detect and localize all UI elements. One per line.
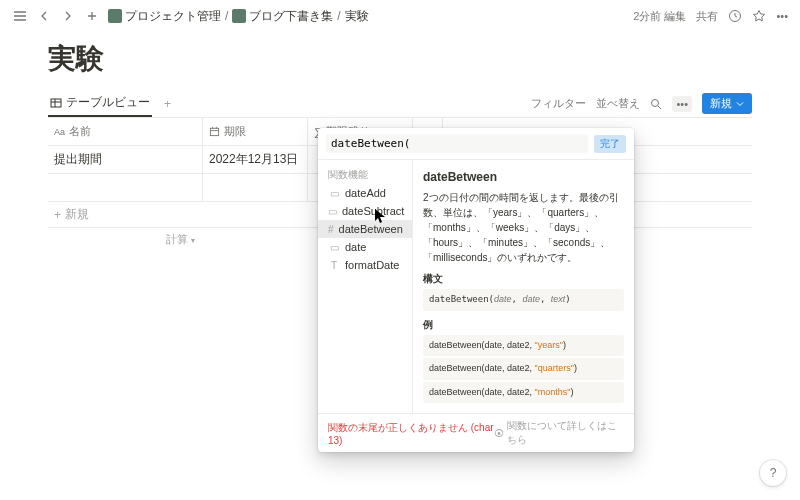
menu-icon[interactable]	[12, 8, 28, 24]
svg-rect-1	[51, 99, 61, 107]
share-button[interactable]: 共有	[696, 9, 718, 24]
fn-item-selected[interactable]: #dateBetween	[318, 220, 412, 238]
fn-item[interactable]: ▭dateAdd	[318, 184, 412, 202]
breadcrumb-item[interactable]: ブログ下書き集	[232, 8, 333, 25]
example-code: dateBetween(date, date2, "years")	[423, 335, 624, 357]
syntax-code: dateBetween(date, date, text)	[423, 289, 624, 311]
breadcrumb: プロジェクト管理 / ブログ下書き集 / 実験	[108, 8, 369, 25]
help-link[interactable]: ⦿関数について詳しくはこちら	[494, 419, 624, 447]
fn-item[interactable]: ▭date	[318, 238, 412, 256]
text-icon: T	[328, 259, 340, 271]
fn-item[interactable]: TformatDate	[318, 256, 412, 274]
clock-icon[interactable]	[728, 9, 742, 23]
filter-button[interactable]: フィルター	[531, 96, 586, 111]
page-icon	[108, 9, 122, 23]
fn-item[interactable]: ▭dateSubtract	[318, 202, 412, 220]
formula-input[interactable]	[326, 134, 588, 153]
example-code: dateBetween(date, date2, "quarters")	[423, 358, 624, 380]
add-view-button[interactable]: +	[160, 93, 175, 115]
formula-error: 関数の末尾が正しくありません (char 13)	[328, 421, 494, 446]
page-icon	[232, 9, 246, 23]
chevron-down-icon	[736, 100, 744, 108]
svg-point-2	[652, 99, 659, 106]
more-icon[interactable]: •••	[776, 10, 788, 22]
doc-description: 2つの日付の間の時間を返します。最後の引数、単位は、「years」、「quart…	[423, 190, 624, 265]
calendar-icon: ▭	[328, 205, 337, 217]
doc-title: dateBetween	[423, 168, 624, 186]
help-fab[interactable]: ?	[760, 460, 786, 486]
calendar-icon: ▭	[328, 241, 340, 253]
view-more-button[interactable]: •••	[672, 96, 692, 112]
calculate-button[interactable]: 計算 ▾	[48, 232, 203, 247]
new-button[interactable]: 新規	[702, 93, 752, 114]
function-list: 関数機能 ▭dateAdd ▭dateSubtract #dateBetween…	[318, 160, 413, 413]
svg-rect-3	[210, 128, 218, 135]
formula-popup: 完了 関数機能 ▭dateAdd ▭dateSubtract #dateBetw…	[318, 128, 634, 452]
calendar-icon: ▭	[328, 187, 340, 199]
nav-back-icon[interactable]	[36, 8, 52, 24]
tab-table-view[interactable]: テーブルビュー	[48, 90, 152, 117]
page-title[interactable]: 実験	[48, 40, 752, 78]
breadcrumb-item[interactable]: プロジェクト管理	[108, 8, 221, 25]
new-page-icon[interactable]	[84, 8, 100, 24]
number-icon: #	[328, 223, 334, 235]
breadcrumb-item[interactable]: 実験	[345, 8, 369, 25]
search-icon[interactable]	[650, 98, 662, 110]
star-icon[interactable]	[752, 9, 766, 23]
example-code: dateBetween(date, date2, "months")	[423, 382, 624, 404]
title-prop-icon: Aa	[54, 127, 65, 137]
done-button[interactable]: 完了	[594, 135, 626, 153]
calendar-icon	[209, 126, 220, 137]
column-header[interactable]: 期限	[203, 118, 308, 145]
function-doc: dateBetween 2つの日付の間の時間を返します。最後の引数、単位は、「y…	[413, 160, 634, 413]
column-header[interactable]: Aa名前	[48, 118, 203, 145]
last-edited: 2分前 編集	[633, 9, 686, 24]
nav-forward-icon[interactable]	[60, 8, 76, 24]
table-icon	[50, 97, 62, 109]
sort-button[interactable]: 並べ替え	[596, 96, 640, 111]
